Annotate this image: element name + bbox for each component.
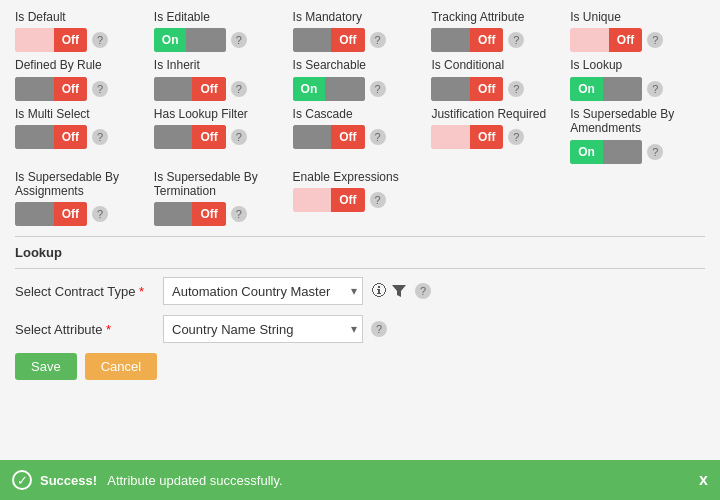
success-close-button[interactable]: x [699,471,708,489]
label-is-inherit: Is Inherit [154,58,289,72]
help-justification-required[interactable]: ? [508,129,524,145]
label-is-conditional: Is Conditional [431,58,566,72]
help-is-editable[interactable]: ? [231,32,247,48]
field-has-lookup-filter: Has Lookup Filter Off ? [154,107,289,164]
save-button[interactable]: Save [15,353,77,380]
toggle-is-lookup[interactable]: On [570,77,642,101]
field-is-cascade: Is Cascade Off ? [293,107,428,164]
funnel-icon[interactable] [391,283,407,299]
toggle-enable-expressions[interactable]: Off [293,188,365,212]
help-is-inherit[interactable]: ? [231,81,247,97]
toggle-is-multi-select[interactable]: Off [15,125,87,149]
toggle-is-editable[interactable]: On [154,28,226,52]
field-is-default: Is Default Off ? [15,10,150,52]
help-supersedable-termination[interactable]: ? [231,206,247,222]
label-is-lookup: Is Lookup [570,58,705,72]
field-justification-required: Justification Required Off ? [431,107,566,164]
toggle-justification-required[interactable]: Off [431,125,503,149]
field-empty-2 [570,170,705,227]
field-is-unique: Is Unique Off ? [570,10,705,52]
field-enable-expressions: Enable Expressions Off ? [293,170,428,227]
help-is-unique[interactable]: ? [647,32,663,48]
divider-1 [15,236,705,237]
success-bar: ✓ Success! Attribute updated successfull… [0,460,720,500]
label-supersedable-amendments: Is Supersedable By Amendments [570,107,705,136]
help-is-mandatory[interactable]: ? [370,32,386,48]
help-is-lookup[interactable]: ? [647,81,663,97]
label-supersedable-assignments: Is Supersedable By Assignments [15,170,150,199]
help-contract-type[interactable]: ? [415,283,431,299]
control-is-conditional: Off ? [431,77,566,101]
label-has-lookup-filter: Has Lookup Filter [154,107,289,121]
label-is-multi-select: Is Multi Select [15,107,150,121]
label-tracking-attribute: Tracking Attribute [431,10,566,24]
label-justification-required: Justification Required [431,107,566,121]
field-is-conditional: Is Conditional Off ? [431,58,566,100]
field-supersedable-amendments: Is Supersedable By Amendments On ? [570,107,705,164]
lookup-section: Lookup Select Contract Type * Automation… [15,245,705,380]
lookup-title: Lookup [15,245,705,260]
help-supersedable-assignments[interactable]: ? [92,206,108,222]
help-is-searchable[interactable]: ? [370,81,386,97]
toggle-is-mandatory[interactable]: Off [293,28,365,52]
help-is-multi-select[interactable]: ? [92,129,108,145]
toggle-is-cascade[interactable]: Off [293,125,365,149]
control-supersedable-termination: Off ? [154,202,289,226]
label-is-default: Is Default [15,10,150,24]
help-has-lookup-filter[interactable]: ? [231,129,247,145]
label-supersedable-termination: Is Supersedable By Termination [154,170,289,199]
contract-type-select-wrapper: Automation Country Master [163,277,363,305]
toggle-supersedable-termination[interactable]: Off [154,202,226,226]
control-is-multi-select: Off ? [15,125,150,149]
control-is-searchable: On ? [293,77,428,101]
control-is-cascade: Off ? [293,125,428,149]
fields-grid: Is Default Off ? Is Editable On ? Is [15,10,705,226]
divider-2 [15,268,705,269]
field-is-mandatory: Is Mandatory Off ? [293,10,428,52]
field-empty-1 [431,170,566,227]
help-tracking-attribute[interactable]: ? [508,32,524,48]
toggle-has-lookup-filter[interactable]: Off [154,125,226,149]
help-enable-expressions[interactable]: ? [370,192,386,208]
success-icon: ✓ [12,470,32,490]
toggle-is-searchable[interactable]: On [293,77,365,101]
control-supersedable-amendments: On ? [570,140,705,164]
control-is-mandatory: Off ? [293,28,428,52]
field-is-multi-select: Is Multi Select Off ? [15,107,150,164]
label-is-mandatory: Is Mandatory [293,10,428,24]
contract-type-select[interactable]: Automation Country Master [163,277,363,305]
toggle-supersedable-amendments[interactable]: On [570,140,642,164]
control-supersedable-assignments: Off ? [15,202,150,226]
toggle-is-unique[interactable]: Off [570,28,642,52]
help-is-default[interactable]: ? [92,32,108,48]
help-supersedable-amendments[interactable]: ? [647,144,663,160]
filter-icon[interactable]: 🛈 [371,282,387,300]
help-attribute[interactable]: ? [371,321,387,337]
label-is-cascade: Is Cascade [293,107,428,121]
toggle-tracking-attribute[interactable]: Off [431,28,503,52]
required-star-attribute: * [106,322,111,337]
help-is-cascade[interactable]: ? [370,129,386,145]
control-is-lookup: On ? [570,77,705,101]
field-is-inherit: Is Inherit Off ? [154,58,289,100]
required-star-contract: * [139,284,144,299]
control-is-unique: Off ? [570,28,705,52]
attribute-row: Select Attribute * Country Name String ? [15,315,705,343]
toggle-defined-by-rule[interactable]: Off [15,77,87,101]
toggle-is-default[interactable]: Off [15,28,87,52]
attribute-select[interactable]: Country Name String [163,315,363,343]
help-is-conditional[interactable]: ? [508,81,524,97]
control-is-default: Off ? [15,28,150,52]
button-row: Save Cancel [15,353,705,380]
field-supersedable-termination: Is Supersedable By Termination Off ? [154,170,289,227]
field-is-searchable: Is Searchable On ? [293,58,428,100]
help-defined-by-rule[interactable]: ? [92,81,108,97]
toggle-supersedable-assignments[interactable]: Off [15,202,87,226]
contract-type-label: Select Contract Type * [15,284,155,299]
cancel-button[interactable]: Cancel [85,353,157,380]
toggle-is-conditional[interactable]: Off [431,77,503,101]
field-tracking-attribute: Tracking Attribute Off ? [431,10,566,52]
label-is-searchable: Is Searchable [293,58,428,72]
toggle-is-inherit[interactable]: Off [154,77,226,101]
label-enable-expressions: Enable Expressions [293,170,428,184]
